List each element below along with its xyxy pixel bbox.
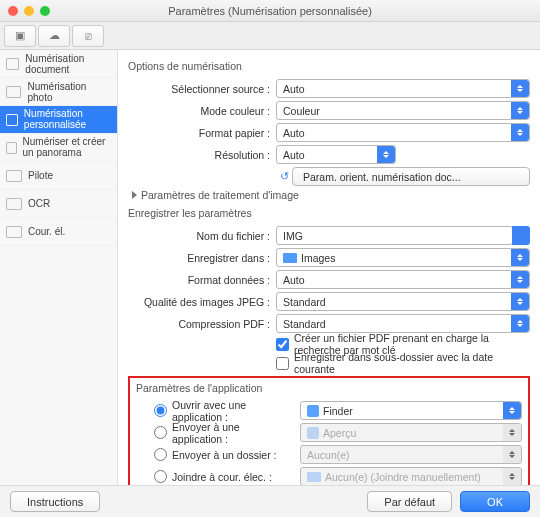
triangle-right-icon bbox=[132, 191, 137, 199]
date-subfolder-checkbox[interactable] bbox=[276, 357, 289, 370]
sidebar-item-label: Numériser et créer un panorama bbox=[23, 137, 111, 158]
instructions-button[interactable]: Instructions bbox=[10, 491, 100, 512]
toolbar: ▣ ☁ ⎚ bbox=[0, 22, 540, 50]
chevron-up-down-icon bbox=[511, 293, 529, 310]
send-to-folder-radio[interactable] bbox=[154, 448, 167, 461]
scan-options-heading: Options de numérisation bbox=[128, 60, 530, 72]
pdfc-select[interactable]: Standard bbox=[276, 314, 530, 333]
jpeg-select[interactable]: Standard bbox=[276, 292, 530, 311]
send-to-folder-select: Aucun(e) bbox=[300, 445, 522, 464]
chevron-up-down-icon bbox=[511, 80, 529, 97]
sidebar-item-document[interactable]: Numérisation document bbox=[0, 50, 117, 78]
resolution-select[interactable]: Auto bbox=[276, 145, 396, 164]
sidebar-item-driver[interactable]: Pilote bbox=[0, 162, 117, 190]
sidebar-item-label: Numérisation photo bbox=[27, 81, 111, 103]
open-with-app-radio[interactable] bbox=[154, 404, 167, 417]
paper-select[interactable]: Auto bbox=[276, 123, 530, 142]
chevron-up-down-icon bbox=[511, 249, 529, 266]
driver-icon bbox=[6, 170, 22, 182]
chevron-up-down-icon bbox=[511, 102, 529, 119]
date-subfolder-label: Enregistrer dans sous-dossier avec la da… bbox=[294, 351, 530, 375]
pdf-keyword-checkbox[interactable] bbox=[276, 338, 289, 351]
source-label: Sélectionner source : bbox=[128, 83, 276, 95]
orientation-settings-button[interactable]: Param. orient. numérisation doc... bbox=[292, 167, 530, 186]
chevron-up-down-icon bbox=[377, 146, 395, 163]
document-icon bbox=[6, 58, 19, 70]
finder-icon bbox=[307, 405, 319, 417]
preview-icon bbox=[307, 427, 319, 439]
paper-label: Format papier : bbox=[128, 127, 276, 139]
footer: Instructions Par défaut OK bbox=[0, 485, 540, 517]
chevron-up-down-icon bbox=[511, 124, 529, 141]
save-in-label: Enregistrer dans : bbox=[128, 252, 276, 264]
filename-field[interactable]: IMG bbox=[276, 226, 513, 245]
chevron-up-down-icon bbox=[511, 271, 529, 288]
custom-icon bbox=[6, 114, 18, 126]
app-heading: Paramètres de l'application bbox=[136, 382, 522, 394]
chevron-up-down-icon bbox=[503, 402, 521, 419]
application-settings-highlight: Paramètres de l'application Ouvrir avec … bbox=[128, 376, 530, 485]
filename-menu-icon[interactable] bbox=[512, 226, 530, 245]
chevron-up-down-icon bbox=[503, 468, 521, 485]
color-mode-label: Mode couleur : bbox=[128, 105, 276, 117]
sidebar-item-ocr[interactable]: OCR bbox=[0, 190, 117, 218]
defaults-button[interactable]: Par défaut bbox=[367, 491, 452, 512]
chevron-up-down-icon bbox=[511, 315, 529, 332]
open-with-select[interactable]: Finder bbox=[300, 401, 522, 420]
email-icon bbox=[6, 226, 22, 238]
sidebar-item-stitch[interactable]: Numériser et créer un panorama bbox=[0, 134, 117, 162]
reset-orientation-icon[interactable]: ↺ bbox=[276, 170, 292, 184]
sidebar-item-label: Numérisation document bbox=[25, 53, 111, 75]
save-heading: Enregistrer les paramètres bbox=[128, 207, 530, 219]
jpeg-label: Qualité des images JPEG : bbox=[128, 296, 276, 308]
sidebar-item-label: Pilote bbox=[28, 170, 53, 181]
format-select[interactable]: Auto bbox=[276, 270, 530, 289]
photo-icon bbox=[6, 86, 21, 98]
sidebar-item-email[interactable]: Cour. él. bbox=[0, 218, 117, 246]
sidebar-item-label: OCR bbox=[28, 198, 50, 209]
sidebar-item-photo[interactable]: Numérisation photo bbox=[0, 78, 117, 106]
stitch-icon bbox=[6, 142, 17, 154]
ocr-icon bbox=[6, 198, 22, 210]
sidebar-item-custom[interactable]: Numérisation personnalisée bbox=[0, 106, 117, 134]
titlebar: Paramètres (Numérisation personnalisée) bbox=[0, 0, 540, 22]
source-select[interactable]: Auto bbox=[276, 79, 530, 98]
folder-icon bbox=[283, 253, 297, 263]
folder-icon bbox=[307, 472, 321, 482]
send-to-app-select: Aperçu bbox=[300, 423, 522, 442]
attach-email-select: Aucun(e) (Joindre manuellement) bbox=[300, 467, 522, 485]
format-label: Format données : bbox=[128, 274, 276, 286]
toolbar-scan-from-computer[interactable]: ▣ bbox=[4, 25, 36, 47]
attach-email-radio[interactable] bbox=[154, 470, 167, 483]
resolution-label: Résolution : bbox=[128, 149, 276, 161]
send-to-app-radio[interactable] bbox=[154, 426, 167, 439]
chevron-up-down-icon bbox=[503, 446, 521, 463]
sidebar-item-label: Numérisation personnalisée bbox=[24, 109, 111, 130]
ok-button[interactable]: OK bbox=[460, 491, 530, 512]
chevron-up-down-icon bbox=[503, 424, 521, 441]
window-title: Paramètres (Numérisation personnalisée) bbox=[0, 5, 540, 17]
image-processing-disclosure[interactable]: Paramètres de traitement d'image bbox=[132, 189, 530, 201]
filename-label: Nom du fichier : bbox=[128, 230, 276, 242]
toolbar-general[interactable]: ⎚ bbox=[72, 25, 104, 47]
color-mode-select[interactable]: Couleur bbox=[276, 101, 530, 120]
content-pane: Options de numérisation Sélectionner sou… bbox=[118, 50, 540, 485]
sidebar: Numérisation document Numérisation photo… bbox=[0, 50, 118, 485]
save-in-select[interactable]: Images bbox=[276, 248, 530, 267]
sidebar-item-label: Cour. él. bbox=[28, 226, 65, 237]
toolbar-scan-from-panel[interactable]: ☁ bbox=[38, 25, 70, 47]
pdfc-label: Compression PDF : bbox=[128, 318, 276, 330]
